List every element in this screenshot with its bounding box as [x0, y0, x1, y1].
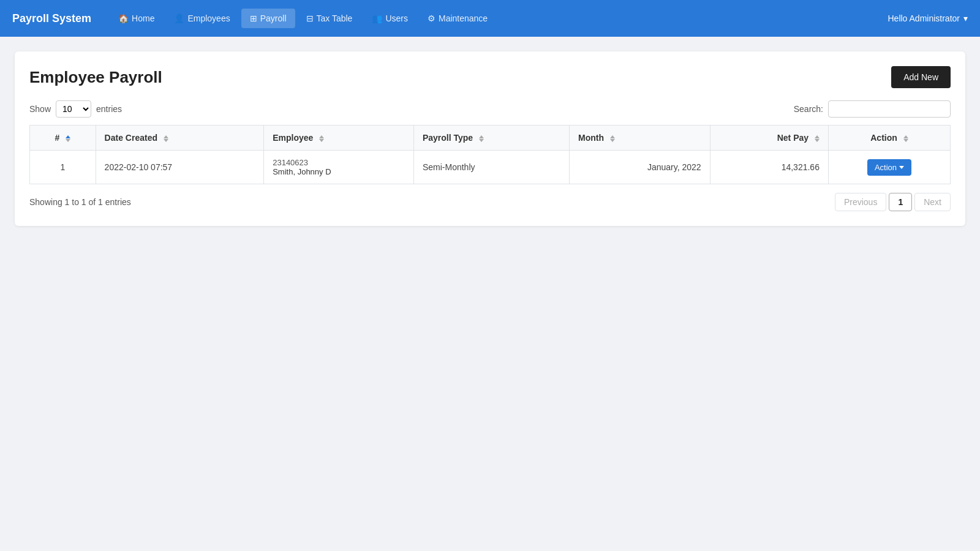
sort-icon-num	[66, 135, 70, 142]
navbar-brand[interactable]: Payroll System	[12, 12, 91, 25]
employees-icon: 👤	[174, 13, 184, 23]
col-header-action[interactable]: Action	[828, 126, 950, 151]
page-header: Employee Payroll Add New	[29, 66, 951, 88]
showing-text: Showing 1 to 1 of 1 entries	[29, 197, 131, 207]
sort-up-net-pay	[815, 135, 820, 138]
sort-up-action	[903, 135, 908, 138]
entries-select[interactable]: 10 25 50 100	[56, 100, 91, 118]
nav-label-tax-table: Tax Table	[317, 13, 353, 23]
nav-item-tax-table[interactable]: ⊟ Tax Table	[298, 9, 361, 28]
search-box: Search:	[794, 100, 951, 118]
sort-icon-month	[610, 135, 615, 142]
sort-icon-action	[903, 135, 908, 142]
nav-label-maintenance: Maintenance	[439, 13, 488, 23]
sort-down-month	[610, 139, 615, 142]
cell-payroll-type: Semi-Monthly	[413, 151, 569, 184]
sort-up-num	[66, 135, 70, 138]
add-new-button[interactable]: Add New	[891, 66, 951, 88]
col-header-payroll-type[interactable]: Payroll Type	[413, 126, 569, 151]
cell-num: 1	[30, 151, 96, 184]
action-button-label: Action	[875, 163, 897, 172]
nav-item-maintenance[interactable]: ⚙ Maintenance	[419, 9, 496, 28]
navbar: Payroll System 🏠 Home 👤 Employees ⊞ Payr…	[0, 0, 980, 37]
sort-icon-employee	[319, 135, 324, 142]
nav-item-employees[interactable]: 👤 Employees	[165, 9, 238, 28]
nav-item-payroll[interactable]: ⊞ Payroll	[241, 9, 295, 28]
col-label-net-pay: Net Pay	[777, 133, 809, 143]
table-body: 1 2022-02-10 07:57 23140623 Smith, Johnn…	[30, 151, 951, 184]
table-head: # Date Created Emplo	[30, 126, 951, 151]
cell-action: Action	[828, 151, 950, 184]
navbar-nav: 🏠 Home 👤 Employees ⊞ Payroll ⊟ Tax Table…	[110, 9, 888, 28]
nav-label-employees: Employees	[187, 13, 230, 23]
sort-down-num	[66, 139, 70, 142]
search-input[interactable]	[828, 100, 951, 118]
pagination: Previous 1 Next	[835, 193, 951, 211]
col-header-date-created[interactable]: Date Created	[96, 126, 264, 151]
sort-up-date	[164, 135, 168, 138]
sort-down-action	[903, 139, 908, 142]
col-label-payroll-type: Payroll Type	[423, 133, 473, 143]
action-button[interactable]: Action	[867, 159, 911, 176]
sort-down-employee	[319, 139, 324, 142]
main-content: Employee Payroll Add New Show 10 25 50 1…	[0, 37, 980, 241]
maintenance-icon: ⚙	[428, 13, 435, 23]
tax-table-icon: ⊟	[306, 13, 314, 23]
entries-label: entries	[96, 104, 122, 114]
sort-down-date	[164, 139, 168, 142]
caret-icon	[899, 166, 904, 169]
employee-name: Smith, Johnny D	[273, 167, 405, 176]
col-label-num: #	[55, 133, 59, 143]
col-label-employee: Employee	[273, 133, 313, 143]
next-button[interactable]: Next	[914, 193, 951, 211]
sort-icon-net-pay	[815, 135, 820, 142]
sort-up-payroll-type	[479, 135, 484, 138]
sort-icon-date	[164, 135, 168, 142]
show-entries: Show 10 25 50 100 entries	[29, 100, 122, 118]
cell-month: January, 2022	[569, 151, 710, 184]
users-icon: 👥	[372, 13, 382, 23]
table-controls: Show 10 25 50 100 entries Search:	[29, 100, 951, 118]
page-card: Employee Payroll Add New Show 10 25 50 1…	[15, 51, 965, 226]
payroll-icon: ⊞	[250, 13, 257, 23]
dropdown-icon: ▾	[963, 13, 968, 23]
col-header-num[interactable]: #	[30, 126, 96, 151]
page-title: Employee Payroll	[29, 68, 162, 87]
sort-icon-payroll-type	[479, 135, 484, 142]
col-label-action: Action	[870, 133, 897, 143]
table-row: 1 2022-02-10 07:57 23140623 Smith, Johnn…	[30, 151, 951, 184]
employee-id: 23140623	[273, 158, 405, 167]
nav-item-home[interactable]: 🏠 Home	[110, 9, 163, 28]
show-label: Show	[29, 104, 51, 114]
nav-label-payroll: Payroll	[260, 13, 287, 23]
sort-down-payroll-type	[479, 139, 484, 142]
nav-item-users[interactable]: 👥 Users	[363, 9, 417, 28]
sort-down-net-pay	[815, 139, 820, 142]
nav-label-users: Users	[385, 13, 408, 23]
cell-employee: 23140623 Smith, Johnny D	[264, 151, 414, 184]
col-header-net-pay[interactable]: Net Pay	[710, 126, 828, 151]
data-table: # Date Created Emplo	[29, 125, 951, 184]
previous-button[interactable]: Previous	[835, 193, 886, 211]
col-header-employee[interactable]: Employee	[264, 126, 414, 151]
search-label: Search:	[794, 104, 823, 114]
cell-net-pay: 14,321.66	[710, 151, 828, 184]
nav-label-home: Home	[132, 13, 154, 23]
user-greeting: Hello Administrator	[888, 13, 960, 23]
page-1-button[interactable]: 1	[889, 193, 912, 211]
cell-date-created: 2022-02-10 07:57	[96, 151, 264, 184]
table-footer: Showing 1 to 1 of 1 entries Previous 1 N…	[29, 193, 951, 211]
table-header-row: # Date Created Emplo	[30, 126, 951, 151]
user-menu[interactable]: Hello Administrator ▾	[888, 13, 968, 23]
sort-up-employee	[319, 135, 324, 138]
col-header-month[interactable]: Month	[569, 126, 710, 151]
col-label-month: Month	[578, 133, 604, 143]
col-label-date-created: Date Created	[105, 133, 157, 143]
sort-up-month	[610, 135, 615, 138]
home-icon: 🏠	[118, 13, 129, 23]
